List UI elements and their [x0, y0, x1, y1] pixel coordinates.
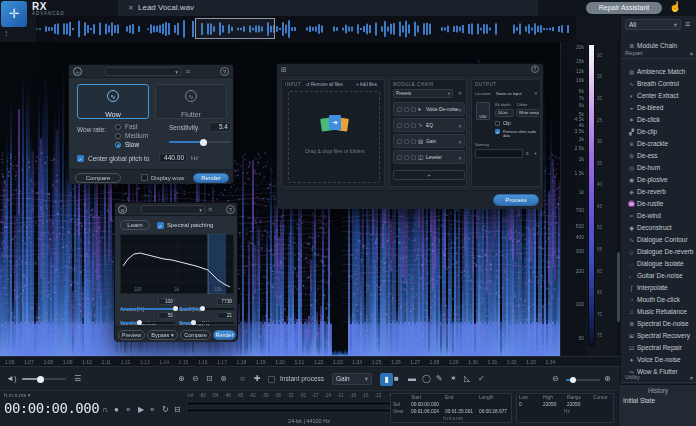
chain-bypass-toggle[interactable]	[397, 139, 402, 144]
volume-slider-handle[interactable]	[37, 376, 44, 383]
sidebar-item-deconstruct[interactable]: ◆Deconstruct	[621, 216, 696, 228]
preset-menu-icon[interactable]: ≡	[208, 205, 212, 215]
playback-settings-icon[interactable]: ☰	[74, 374, 81, 384]
chain-row-leveler[interactable]: ◫Leveler✕	[393, 150, 465, 164]
time-format-select[interactable]: h:m:s.ms ▾	[4, 392, 31, 398]
history-item[interactable]: Initial State	[623, 397, 655, 404]
param-value[interactable]: 21	[217, 312, 234, 319]
center-pitch-value[interactable]: 440.00	[159, 153, 187, 163]
sidebar-item-de-hum[interactable]: ◎De-hum	[621, 156, 696, 168]
param-slider-handle[interactable]	[200, 306, 205, 311]
naming-input[interactable]	[475, 149, 523, 158]
preserve-audio-checkbox[interactable]: ✓	[495, 129, 500, 134]
sidebar-item-de-plosive[interactable]: ◉De-plosive	[621, 168, 696, 180]
param-slider-handle[interactable]	[137, 320, 142, 325]
chain-settings-toggle[interactable]	[411, 139, 416, 144]
chain-solo-toggle[interactable]	[404, 107, 409, 112]
time-frequency-selection-tool[interactable]: ■	[394, 374, 399, 384]
horizontal-zoom-slider[interactable]	[566, 379, 600, 381]
preview-button[interactable]: Preview	[118, 330, 145, 340]
zoom-fit-tool[interactable]: ⊛	[220, 374, 227, 384]
record-icon[interactable]: ●	[114, 405, 119, 414]
sidebar-item-de-click[interactable]: ✶De-click	[621, 108, 696, 120]
lasso-selection-tool[interactable]: ◯	[422, 374, 431, 384]
frequency-selection-tool[interactable]: ▬	[408, 374, 416, 384]
drop-zone[interactable]: ➜ Drag & drop files or folders	[288, 91, 380, 183]
sidebar-item-guitar-de-noise[interactable]: ♩Guitar De-noise	[621, 264, 696, 276]
zoom-selection-tool[interactable]: ⊡	[206, 374, 213, 384]
chain-row-eq[interactable]: ∿EQ✕	[393, 118, 465, 132]
chain-bypass-toggle[interactable]	[397, 123, 402, 128]
sidebar-item-mouth-de-click[interactable]: ◔Mouth De-click	[621, 288, 696, 300]
param-value[interactable]: 50	[158, 312, 175, 319]
chain-row-voice-de-noise[interactable]: ♦Voice De-noise✕	[393, 102, 465, 116]
sidebar-item-center-extract[interactable]: ◐Center Extract	[621, 84, 696, 96]
tab-filename[interactable]: Lead Vocal.wav	[138, 0, 194, 16]
chain-settings-toggle[interactable]	[411, 155, 416, 160]
bypass-button[interactable]: Bypass ▾	[147, 330, 178, 340]
de-ess-spectrum-graph[interactable]: 1001k10k	[120, 234, 234, 294]
process-button[interactable]: Process	[493, 194, 539, 206]
chain-settings-toggle[interactable]	[411, 123, 416, 128]
zoom-slider-handle[interactable]	[570, 377, 576, 383]
module-filter-select[interactable]: All▾	[625, 19, 681, 30]
wow-rate-radio-fast[interactable]	[115, 124, 121, 130]
clip-checkbox[interactable]	[495, 121, 500, 126]
sidebar-item-de-crackle[interactable]: ※De-crackle	[621, 132, 696, 144]
sidebar-item-interpolate[interactable]: ∫Interpolate	[621, 276, 696, 288]
magic-wand-tool[interactable]: ✶	[450, 374, 457, 384]
location-value[interactable]: Same as input	[496, 91, 522, 96]
sidebar-item-voice-de-noise[interactable]: ♦Voice De-noise	[621, 348, 696, 360]
chain-row-gain[interactable]: ▤Gain✕	[393, 134, 465, 148]
wow-mode-tile[interactable]: ∿ Wow	[77, 84, 149, 119]
remove-module-icon[interactable]: ✕	[458, 155, 462, 161]
de-ess-dialog-header[interactable]: ≋ ▾ ≡ ?	[115, 203, 237, 216]
sidebar-item-ambience-match[interactable]: ◍Ambience Match	[621, 60, 696, 72]
param-slider-handle[interactable]	[173, 306, 178, 311]
collapse-overview-icon[interactable]: ↕	[4, 28, 9, 38]
time-selection-tool[interactable]: ▮	[380, 373, 393, 386]
horizontal-zoom-out-icon[interactable]: ⊖	[552, 374, 559, 384]
find-similar-tool[interactable]: ✓	[478, 374, 485, 384]
chain-solo-toggle[interactable]	[404, 123, 409, 128]
wow-rate-radio-slow[interactable]	[115, 142, 121, 148]
instant-process-checkbox[interactable]	[268, 376, 275, 383]
help-icon[interactable]: ?	[226, 205, 235, 214]
chain-settings-toggle[interactable]	[411, 107, 416, 112]
zoom-out-tool[interactable]: ⊖	[192, 374, 199, 384]
compare-button[interactable]: Compare	[75, 173, 121, 183]
chain-bypass-toggle[interactable]	[397, 155, 402, 160]
param-value[interactable]: 100	[158, 298, 175, 305]
magnify-tool[interactable]: ○	[240, 374, 245, 384]
section-header-repair[interactable]: Repair▾	[621, 48, 696, 59]
param-value[interactable]: 7738	[217, 298, 234, 305]
wow-rate-radio-medium[interactable]	[115, 133, 121, 139]
add-files-button[interactable]: + Add files	[356, 82, 377, 87]
output-routing-icon[interactable]: ⊟	[174, 405, 181, 414]
go-to-end-icon[interactable]: »	[150, 405, 154, 414]
spectral-patching-checkbox[interactable]: ✓	[157, 222, 164, 229]
de-ess-preset-select[interactable]: ▾	[141, 205, 205, 214]
overview-waveform-canvas[interactable]	[36, 16, 576, 42]
remove-module-icon[interactable]: ✕	[458, 107, 462, 113]
center-pitch-checkbox[interactable]: ✓	[77, 155, 84, 162]
naming-add-icon[interactable]: +	[534, 150, 537, 156]
volume-slider[interactable]	[22, 378, 66, 380]
sidebar-item-wow-flutter[interactable]: ∾Wow & Flutter	[621, 360, 696, 372]
batch-dialog-header[interactable]: ⊞ ?	[277, 64, 543, 76]
remove-module-icon[interactable]: ✕	[458, 139, 462, 145]
bit-depth-select[interactable]: 24-bit	[495, 109, 514, 117]
sidebar-item-dialogue-contour[interactable]: ∿Dialogue Contour	[621, 228, 696, 240]
horizontal-zoom-in-icon[interactable]: ⊕	[604, 374, 611, 384]
chain-solo-toggle[interactable]	[404, 139, 409, 144]
clear-chain-icon[interactable]: ✕	[458, 90, 462, 96]
sensitivity-value[interactable]: 5.4	[209, 122, 231, 132]
render-button[interactable]: Render	[193, 173, 229, 183]
wow-flutter-dialog-header[interactable]: ∾ ▾ ≡ ?	[69, 65, 233, 78]
hand-cursor-icon[interactable]: ☝	[669, 1, 681, 12]
sidebar-item-de-reverb[interactable]: ◈De-reverb	[621, 180, 696, 192]
flutter-mode-tile[interactable]: ∿ Flutter	[155, 84, 227, 119]
clear-location-icon[interactable]: ✕	[534, 91, 538, 96]
zoom-in-tool[interactable]: ⊕	[178, 374, 185, 384]
section-header-utility[interactable]: Utility▾	[621, 372, 696, 383]
